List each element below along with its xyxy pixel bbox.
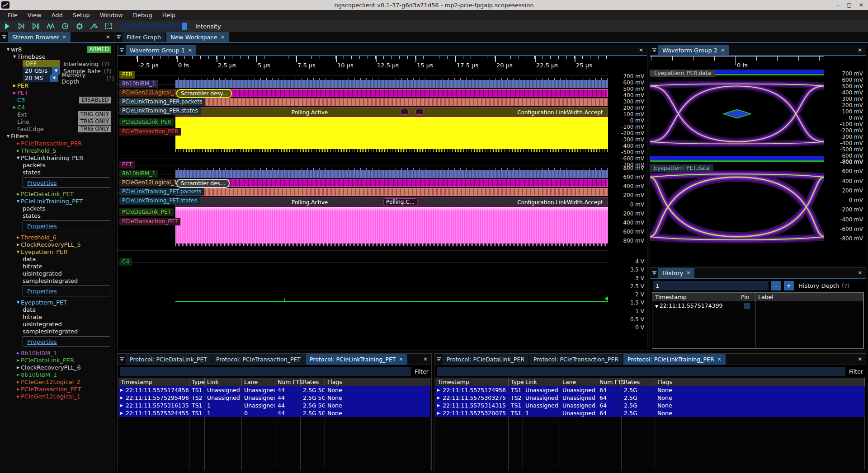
stream-uisIntegrated[interactable]: uisIntegrated (23, 270, 62, 277)
properties-link[interactable]: Properties (27, 179, 57, 186)
fit-view-icon[interactable] (104, 22, 113, 30)
column-header-flags[interactable]: Flags (655, 378, 865, 386)
channel-label-chip[interactable]: PCIeDataLink_PER (119, 118, 174, 126)
waveform-row[interactable]: Polling.ActivePolling.C...Configuration.… (118, 197, 608, 207)
settings-gear-icon[interactable] (75, 22, 84, 30)
tab-protocol-pciedatalink-per[interactable]: Protocol: PCIeDataLink_PER (443, 354, 528, 365)
eye-y-axis[interactable]: 700 mV600 mV500 mV400 mV300 mV200 mV100 … (824, 56, 866, 265)
stream-uisIntegrated[interactable]: uisIntegrated (23, 321, 62, 328)
stream-samplesIntegrated[interactable]: samplesIntegrated (23, 277, 78, 284)
column-header-rates[interactable]: Rates (301, 378, 325, 386)
tab-protocol-pciedatalink-pet[interactable]: Protocol: PCIeDataLink_PET (126, 354, 211, 365)
waveform-row[interactable]: PCIeLinkTraining_PER.packets (118, 98, 608, 107)
filter-eyepattern_per-7[interactable]: Eyepattern_PER (21, 248, 67, 255)
collapse-icon[interactable] (118, 48, 126, 53)
chevron-right-icon[interactable]: ▶ (437, 402, 440, 409)
history-row-timestamp[interactable]: ▼ 22:11:11.5575174399 (652, 301, 738, 348)
waveform-row[interactable]: PCIeLinkTraining_PET.packets (118, 187, 608, 197)
menu-view[interactable]: View (23, 11, 47, 19)
filter-input[interactable] (437, 367, 845, 376)
chevron-right-icon[interactable]: ▶ (15, 351, 21, 355)
chevron-down-icon[interactable]: ▼ (52, 67, 60, 75)
chevron-right-icon[interactable]: ▶ (437, 409, 440, 417)
stream-states[interactable]: states (23, 169, 41, 176)
chevron-down-icon[interactable]: ▼ (15, 199, 21, 203)
tab-protocol-pcietransaction-per[interactable]: Protocol: PCIeTransaction_PER (529, 354, 623, 365)
chevron-right-icon[interactable]: ▶ (15, 387, 21, 391)
eye1-channel-label[interactable]: Eyepattern_PER.data (651, 70, 715, 77)
channel-line[interactable]: Line (17, 118, 29, 125)
c4-trigger-marker[interactable] (604, 296, 608, 301)
filter-pcietransaction_per-0[interactable]: PCIeTransaction_PER (21, 140, 82, 147)
chevron-down-icon[interactable]: ▼ (15, 250, 21, 254)
menu-setup[interactable]: Setup (68, 11, 95, 19)
tab-stream-browser[interactable]: Stream Browser ✕ (8, 32, 71, 42)
eye2-channel-label[interactable]: Eyepattern_PET.data (650, 164, 713, 172)
chevron-right-icon[interactable]: ▶ (120, 386, 123, 394)
properties-link[interactable]: Properties (27, 223, 57, 229)
run-arrow-icon[interactable] (3, 22, 12, 30)
chevron-down-icon[interactable]: ▼ (15, 300, 21, 304)
channel-label-chip[interactable]: PCIeLinkTraining_PET.packets (119, 188, 204, 196)
filter-8b10bibm_1-12[interactable]: 8b10bIBM_1 (21, 371, 57, 378)
waveform-icon[interactable] (46, 22, 55, 30)
collapse-icon[interactable] (650, 48, 658, 53)
channel-label-chip[interactable]: PCIeGen12Logical_1 (119, 179, 180, 187)
column-header-pin[interactable]: Pin (738, 293, 755, 301)
channel-c4[interactable]: C4 (17, 104, 25, 111)
single-trigger-icon[interactable] (17, 22, 26, 30)
chevron-right-icon[interactable]: ▶ (12, 84, 17, 88)
analog-waveform-area[interactable]: PCIeDataLink_PERPCIeTransaction_PER (118, 117, 608, 152)
c4-waveform-area[interactable] (118, 267, 608, 352)
filter-pcietransaction_pet-14[interactable]: PCIeTransaction_PET (21, 386, 81, 393)
filter-threshold_6-5[interactable]: Threshold_6 (21, 234, 57, 241)
chevron-right-icon[interactable]: ▶ (15, 358, 21, 362)
channel-label-chip[interactable]: 8b10bIBM_1 (119, 170, 158, 178)
eye-timeline-ruler[interactable]: 0 fs (650, 56, 824, 70)
channel-label-chip[interactable]: PCIeGen12Logical_2 (119, 89, 180, 97)
channel-ext[interactable]: Ext (17, 111, 27, 118)
waveform-row[interactable]: 8b10bIBM_1 (118, 80, 608, 89)
column-header-num-fts[interactable]: Num FTS (597, 378, 622, 386)
tab-waveform-group-1[interactable]: Waveform Group 1 ✕ (126, 45, 196, 55)
channel-label-chip[interactable]: PCIeDataLink_PET (119, 208, 174, 216)
column-header-timestamp[interactable]: Timestamp (118, 378, 189, 386)
table-row[interactable]: ▶22:11:11.5575314315TS1UnassignedUnassig… (435, 402, 865, 409)
tab-history[interactable]: History ✕ (658, 268, 694, 278)
filter-clockrecoverypll_5-6[interactable]: ClockRecoveryPLL_5 (21, 241, 81, 248)
stream-packets[interactable]: packets (23, 205, 45, 212)
column-header-link[interactable]: Link (523, 378, 560, 386)
close-icon[interactable]: ✕ (188, 47, 192, 53)
column-header-rates[interactable]: Rates (622, 378, 655, 386)
waveform-y-axis[interactable]: 700 mV600 mV500 mV400 mV300 mV200 mV100 … (608, 56, 647, 352)
chevron-down-icon[interactable]: ▼ (5, 134, 11, 138)
filter-input[interactable] (120, 367, 411, 376)
column-header-type[interactable]: Type (509, 378, 523, 386)
chevron-right-icon[interactable]: ▶ (15, 380, 21, 384)
close-icon[interactable]: ✕ (399, 356, 403, 362)
collapse-icon[interactable] (114, 35, 123, 40)
close-icon[interactable]: ✕ (721, 47, 725, 53)
filter-pciedatalink_pet-3[interactable]: PCIeDataLink_PET (21, 191, 74, 197)
channel-fastedge[interactable]: FastEdge (17, 126, 44, 132)
history-depth-decrement-button[interactable]: - (771, 281, 781, 290)
close-icon[interactable]: ✕ (62, 34, 66, 40)
channel-label-chip[interactable]: PCIeLinkTraining_PER.states (119, 107, 201, 115)
scope-name[interactable]: wr8 (11, 46, 22, 53)
waveform-plot-area[interactable]: -2.5 µs0 fs2.5 µs5 µs7.5 µs10 µs12.5 µs1… (118, 56, 608, 352)
table-row[interactable]: ▶22:11:11.5575320075TS11Unassigned642.5G… (435, 409, 865, 417)
group-label-row[interactable]: C4 (118, 258, 608, 267)
menu-debug[interactable]: Debug (128, 11, 157, 19)
tab-new-workspace[interactable]: New Workspace✕ (166, 32, 229, 42)
channel-label-chip[interactable]: PCIeLinkTraining_PER.packets (119, 98, 205, 106)
table-row[interactable]: ▶22:11:11.5575174856TS1UnassignedUnassig… (118, 386, 430, 394)
waveform-row[interactable]: 8b10bIBM_1 (118, 169, 608, 178)
stream-hitrate[interactable]: hitrate (23, 314, 42, 320)
chevron-right-icon[interactable]: ▶ (15, 365, 21, 370)
filters-root[interactable]: Filters (11, 133, 28, 140)
filter-pcielinktraining_pet-4[interactable]: PCIeLinkTraining_PET (21, 198, 83, 205)
menu-add[interactable]: Add (47, 11, 68, 19)
tab-protocol-pcielinktraining-pet[interactable]: Protocol: PCIeLinkTraining_PET✕ (306, 354, 407, 365)
close-icon[interactable]: ✕ (717, 356, 722, 362)
filter-pciegen12logical_2-13[interactable]: PCIeGen12Logical_2 (21, 379, 80, 385)
